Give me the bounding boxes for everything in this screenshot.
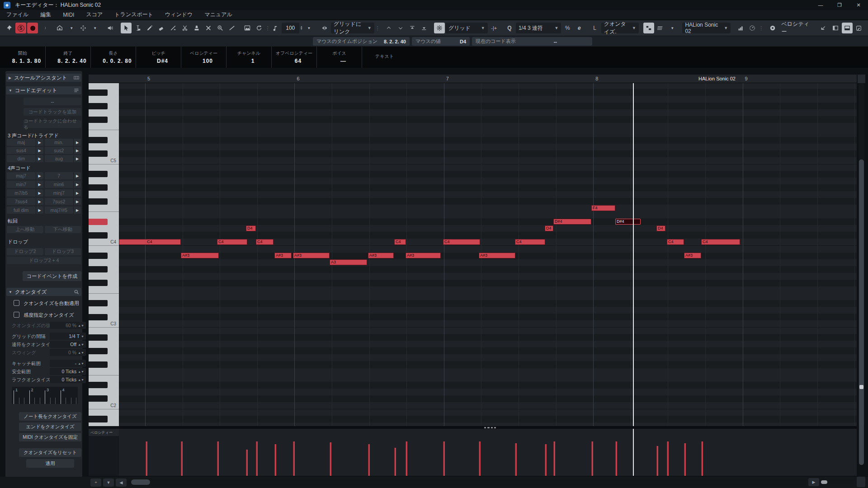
velocity-bar[interactable]	[545, 444, 547, 476]
tool-split-scissors[interactable]	[179, 23, 190, 33]
velocity-bar[interactable]	[368, 444, 370, 476]
length-quantize-link-dropdown[interactable]: グリッドにリンク▼	[331, 23, 374, 33]
chord-play-arrow-icon[interactable]: ▶	[36, 155, 43, 162]
edit-active-part-icon[interactable]	[78, 23, 89, 33]
info-field-0[interactable]: 開始8. 1. 3. 80	[0, 47, 45, 68]
inversion-button[interactable]: 上へ移動	[7, 226, 43, 233]
black-key[interactable]	[89, 117, 108, 123]
midi-note-C4[interactable]: C4	[667, 239, 684, 245]
midi-note-D4[interactable]: D4	[545, 225, 553, 231]
menu-item-5[interactable]: ウィンドウ	[165, 11, 193, 19]
inversion-button[interactable]: 下へ移動	[45, 226, 81, 233]
insert-velocity-caret[interactable]: ▼	[304, 23, 315, 33]
quantize-param-value[interactable]: 0 Ticks▲▼	[50, 368, 86, 375]
black-key[interactable]	[89, 348, 108, 354]
add-controller-lane-button[interactable]: ＋	[90, 479, 101, 487]
triad-sus4[interactable]: sus4▶	[7, 147, 43, 154]
controller-lane-setup-caret[interactable]: ▼	[103, 479, 114, 487]
velocity-bar[interactable]	[684, 443, 686, 476]
black-key[interactable]	[89, 198, 108, 205]
black-key[interactable]	[89, 314, 108, 320]
info-field-4[interactable]: ベロシティー100	[181, 47, 226, 68]
insert-velocity-value[interactable]: 100	[282, 23, 299, 33]
minimize-button[interactable]: —	[811, 0, 830, 10]
info-field-8[interactable]: テキスト	[362, 47, 407, 68]
maximize-button[interactable]: ❐	[830, 0, 849, 10]
midi-note-A#3[interactable]: A#3	[274, 253, 292, 258]
velocity-bar[interactable]	[406, 441, 407, 476]
quantize-param-value[interactable]: 60 %▲▼	[50, 322, 86, 329]
midi-note-A#3[interactable]: A#3	[406, 253, 441, 258]
velocity-bar[interactable]	[330, 442, 331, 476]
black-key[interactable]	[89, 300, 108, 306]
window-layout-left-icon[interactable]	[830, 23, 841, 33]
quantize-param-value[interactable]: 0 %▲▼	[50, 349, 86, 356]
velocity-bar[interactable]	[553, 441, 555, 476]
quantize-apply-button[interactable]: 適用	[26, 459, 74, 468]
chord-play-arrow-icon[interactable]: ▶	[73, 155, 81, 162]
black-key[interactable]	[89, 395, 108, 402]
scroll-left-arrow[interactable]: ◀	[116, 479, 127, 487]
iterative-quantize-icon[interactable]: e	[574, 23, 585, 33]
quantize-param-value[interactable]: 0 Ticks▲▼	[50, 376, 86, 383]
black-key[interactable]	[89, 280, 108, 286]
match-chord-track-button[interactable]: コードトラックに合わせる	[24, 120, 81, 128]
nudge-down-icon[interactable]	[395, 23, 406, 33]
auto-apply-quantize-checkbox[interactable]	[14, 300, 19, 306]
note-expression-icon[interactable]	[655, 23, 666, 33]
black-key[interactable]	[89, 150, 108, 157]
close-button[interactable]: ✕	[849, 0, 868, 10]
tool-range-selection[interactable]	[132, 23, 143, 33]
triad-maj[interactable]: maj▶	[7, 139, 43, 146]
swing-quantize-icon[interactable]: %	[562, 23, 573, 33]
insert-velocity-stepper[interactable]: ▲▼	[300, 26, 303, 30]
menu-item-4[interactable]: トランスポート	[114, 11, 153, 19]
record-in-editor-button[interactable]	[27, 23, 38, 33]
controller-lane-title[interactable]: ベロシティー	[89, 429, 119, 436]
midi-note-C4[interactable]: C4	[394, 239, 406, 245]
midi-note-D#4[interactable]: D#4	[553, 219, 591, 225]
independent-loop-icon[interactable]	[254, 23, 264, 33]
quantize-param-value[interactable]: Off▲▼	[50, 341, 86, 348]
tetrad-min7[interactable]: min7▶	[7, 181, 43, 188]
length-quantize-dropdown[interactable]: クオンタイズ.▼	[601, 23, 639, 33]
tetrad-minj7[interactable]: minj7▶	[45, 189, 81, 197]
soft-quantize-checkbox[interactable]	[14, 312, 19, 318]
velocity-bar[interactable]	[394, 448, 396, 476]
velocity-bar[interactable]	[256, 441, 258, 476]
tetrad-7sus2[interactable]: 7sus2▶	[45, 198, 81, 205]
horizontal-zoom-slider[interactable]	[819, 480, 854, 484]
info-field-3[interactable]: ピッチD#4	[136, 47, 181, 68]
tetrad-min6[interactable]: min6▶	[45, 181, 81, 188]
black-key[interactable]	[89, 266, 108, 272]
velocity-bar[interactable]	[479, 441, 481, 476]
nudge-up-icon[interactable]	[383, 23, 394, 33]
timeline-ruler[interactable]: 56789HALion Sonic 02	[119, 75, 857, 83]
horizontal-zoom-handle[interactable]	[821, 480, 827, 484]
chord-play-arrow-icon[interactable]: ▶	[73, 181, 81, 188]
info-field-7[interactable]: ボイス—	[316, 47, 362, 68]
drop-button[interactable]: ドロップ2	[7, 248, 43, 255]
quantize-param-value[interactable]: -▲▼	[50, 360, 86, 367]
midi-note-A3[interactable]: A3	[330, 259, 367, 265]
tool-draw-pencil[interactable]	[144, 23, 155, 33]
black-key[interactable]	[89, 382, 108, 388]
chord-play-arrow-icon[interactable]: ▶	[36, 139, 43, 146]
active-part-caret[interactable]: ▼	[90, 23, 100, 33]
tool-eraser[interactable]	[156, 23, 167, 33]
midi-note-D4[interactable]: D4	[656, 225, 665, 231]
chord-play-arrow-icon[interactable]: ▶	[73, 172, 81, 179]
velocity-bar[interactable]	[293, 441, 295, 476]
show-part-borders-icon[interactable]	[54, 23, 65, 33]
audition-speaker-icon[interactable]	[105, 23, 116, 33]
quantize-q-icon[interactable]: Q	[504, 23, 515, 33]
triad-dim[interactable]: dim▶	[7, 155, 43, 162]
menu-item-3[interactable]: スコア	[86, 11, 103, 19]
black-key[interactable]	[89, 416, 108, 422]
section-quantize[interactable]: ▼クオンタイズ	[6, 288, 81, 296]
chord-play-arrow-icon[interactable]: ▶	[73, 206, 81, 214]
menu-item-2[interactable]: MIDI	[63, 12, 74, 18]
vertical-scrollbar[interactable]	[859, 83, 864, 426]
stepper-icon[interactable]: ▲▼	[78, 370, 84, 373]
highlighted-key-D#4[interactable]	[89, 219, 108, 225]
